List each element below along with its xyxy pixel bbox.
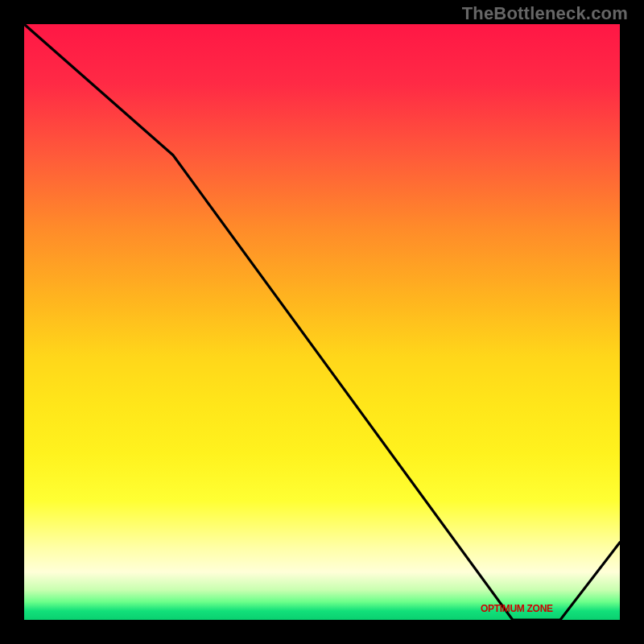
plot-area xyxy=(24,24,620,620)
watermark-text: TheBottleneck.com xyxy=(462,3,628,24)
chart-container: TheBottleneck.com OPTIMUM ZONE xyxy=(0,0,644,644)
